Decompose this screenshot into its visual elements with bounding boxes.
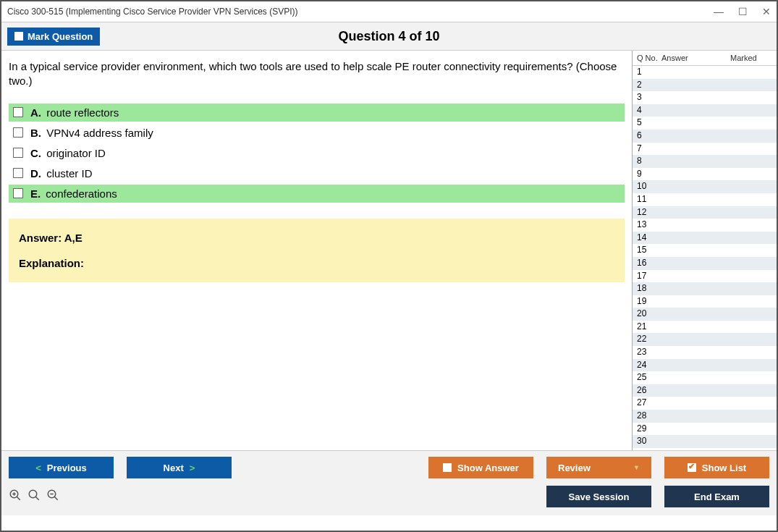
list-item[interactable]: 29 <box>633 423 777 436</box>
svg-point-4 <box>29 490 37 498</box>
list-item[interactable]: 30 <box>633 435 777 448</box>
chevron-right-icon: > <box>190 463 195 473</box>
zoom-default-icon[interactable] <box>28 489 41 505</box>
list-item[interactable]: 17 <box>633 270 777 283</box>
list-item[interactable]: 22 <box>633 333 777 346</box>
list-item[interactable]: 7 <box>633 143 777 156</box>
list-item[interactable]: 11 <box>633 193 777 206</box>
choice-text: B. VPNv4 address family <box>30 127 153 139</box>
list-item[interactable]: 23 <box>633 346 777 359</box>
list-item[interactable]: 10 <box>633 180 777 193</box>
show-list-label: Show List <box>702 463 746 473</box>
main-area: In a typical service provider environmen… <box>1 51 777 450</box>
choice-C[interactable]: C. originator ID <box>9 144 625 162</box>
list-item[interactable]: 19 <box>633 295 777 308</box>
list-item[interactable]: 4 <box>633 104 777 117</box>
mark-question-button[interactable]: Mark Question <box>7 28 100 46</box>
list-item[interactable]: 12 <box>633 206 777 219</box>
review-label: Review <box>558 463 591 473</box>
svg-line-1 <box>17 497 20 500</box>
choice-E[interactable]: E. confederations <box>9 185 625 203</box>
svg-line-7 <box>54 497 58 500</box>
show-answer-button[interactable]: Show Answer <box>428 457 533 478</box>
col-spacer <box>766 54 774 62</box>
header-bar: Mark Question Question 4 of 10 <box>1 22 777 51</box>
mark-question-checkbox-icon <box>14 32 23 41</box>
choice-text: D. cluster ID <box>30 167 93 180</box>
save-session-button[interactable]: Save Session <box>546 486 651 507</box>
answer-box: Answer: A,E Explanation: <box>9 219 625 282</box>
save-session-label: Save Session <box>569 491 630 502</box>
choice-B[interactable]: B. VPNv4 address family <box>9 124 625 142</box>
list-item[interactable]: 1 <box>633 66 777 79</box>
previous-button[interactable]: < Previous <box>9 457 114 478</box>
list-item[interactable]: 9 <box>633 168 777 181</box>
chevron-down-icon: ▼ <box>633 464 640 471</box>
choice-checkbox-icon <box>13 148 23 158</box>
choice-text: A. route reflectors <box>30 106 119 119</box>
list-item[interactable]: 8 <box>633 155 777 168</box>
col-qno: Q No. <box>634 54 661 62</box>
show-list-button[interactable]: Show List <box>664 457 769 478</box>
close-icon[interactable]: ✕ <box>762 6 771 17</box>
mark-question-label: Mark Question <box>28 31 93 42</box>
footer-row-1: < Previous Next > Show Answer Review ▼ S… <box>9 457 769 478</box>
choice-A[interactable]: A. route reflectors <box>9 104 625 122</box>
choice-D[interactable]: D. cluster ID <box>9 164 625 182</box>
next-button[interactable]: Next > <box>127 457 232 478</box>
chevron-left-icon: < <box>35 463 41 473</box>
question-stem: In a typical service provider environmen… <box>9 59 625 89</box>
show-answer-checkbox-icon <box>443 463 452 472</box>
list-item[interactable]: 2 <box>633 79 777 92</box>
choice-list: A. route reflectorsB. VPNv4 address fami… <box>9 104 625 203</box>
list-item[interactable]: 26 <box>633 384 777 397</box>
zoom-out-icon[interactable] <box>46 489 59 505</box>
window-controls: — ☐ ✕ <box>714 6 771 17</box>
list-item[interactable]: 6 <box>633 130 777 143</box>
choice-checkbox-icon <box>13 127 23 138</box>
next-label: Next <box>164 463 184 473</box>
question-list-panel: Q No. Answer Marked 12345678910111213141… <box>632 51 777 450</box>
explanation-line: Explanation: <box>19 257 614 269</box>
list-item[interactable]: 28 <box>633 410 777 423</box>
col-marked: Marked <box>730 54 766 62</box>
question-counter: Question 4 of 10 <box>1 29 777 44</box>
maximize-icon[interactable]: ☐ <box>738 6 748 17</box>
list-item[interactable]: 15 <box>633 244 777 257</box>
answer-line: Answer: A,E <box>19 232 614 244</box>
question-list[interactable]: 1234567891011121314151617181920212223242… <box>633 66 777 450</box>
titlebar: Cisco 300-515 (Implementing Cisco Servic… <box>1 1 777 22</box>
previous-label: Previous <box>47 463 87 473</box>
list-item[interactable]: 27 <box>633 397 777 410</box>
question-list-header: Q No. Answer Marked <box>633 51 777 66</box>
list-item[interactable]: 16 <box>633 257 777 270</box>
choice-text: C. originator ID <box>30 147 106 159</box>
end-exam-label: End Exam <box>694 491 740 502</box>
window-title: Cisco 300-515 (Implementing Cisco Servic… <box>7 7 297 17</box>
choice-text: E. confederations <box>30 187 117 200</box>
list-item[interactable]: 25 <box>633 371 777 384</box>
show-answer-label: Show Answer <box>457 463 519 473</box>
footer-row-2: Save Session End Exam <box>9 486 769 507</box>
zoom-in-icon[interactable] <box>9 489 22 505</box>
list-item[interactable]: 20 <box>633 308 777 321</box>
choice-checkbox-icon <box>13 188 23 198</box>
choice-checkbox-icon <box>13 107 23 117</box>
list-item[interactable]: 13 <box>633 219 777 232</box>
list-item[interactable]: 21 <box>633 321 777 334</box>
end-exam-button[interactable]: End Exam <box>664 486 769 507</box>
review-button[interactable]: Review ▼ <box>546 457 651 478</box>
list-item[interactable]: 24 <box>633 359 777 372</box>
svg-line-5 <box>35 497 39 500</box>
list-item[interactable]: 14 <box>633 232 777 245</box>
choice-checkbox-icon <box>13 168 23 178</box>
question-pane: In a typical service provider environmen… <box>1 51 632 450</box>
footer: < Previous Next > Show Answer Review ▼ S… <box>1 450 777 515</box>
list-item[interactable]: 18 <box>633 282 777 295</box>
minimize-icon[interactable]: — <box>714 6 724 17</box>
list-item[interactable]: 3 <box>633 91 777 104</box>
zoom-controls <box>9 489 59 505</box>
list-item[interactable]: 5 <box>633 117 777 130</box>
col-answer: Answer <box>661 54 730 62</box>
show-list-checkbox-icon <box>688 463 696 472</box>
